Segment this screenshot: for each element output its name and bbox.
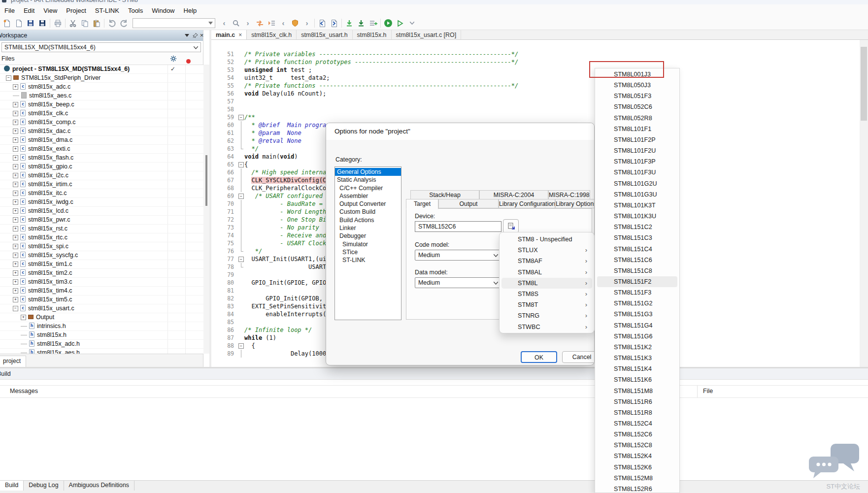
device-list-item[interactable]: STM8L151G4 — [597, 320, 677, 331]
category-item[interactable]: Assembler — [335, 192, 401, 200]
category-item[interactable]: Simulator — [335, 240, 401, 248]
device-list-item[interactable]: STM8L151C6 — [597, 255, 677, 265]
tree-item[interactable]: stm8l15x_aes.c — [0, 92, 203, 100]
device-list-item[interactable]: STM8L151R6 — [597, 396, 677, 407]
fold-collapse-icon[interactable] — [238, 161, 244, 168]
code-line[interactable]: 52/* Private function prototypes -------… — [211, 58, 859, 66]
device-list-item[interactable]: STM8L151G3 — [597, 309, 677, 320]
menu-item[interactable]: Help — [179, 4, 201, 17]
tree-item[interactable]: hstm8l15x.h — [0, 331, 203, 340]
device-list-item[interactable]: STM8L151F3 — [597, 287, 677, 298]
tree-item[interactable]: +cstm8l15x_tim5.c — [0, 296, 203, 304]
category-item[interactable]: ST-LINK — [335, 256, 401, 264]
expand-toggle-icon[interactable]: + — [13, 191, 18, 196]
category-item[interactable]: Custom Build — [335, 208, 401, 216]
device-list-item[interactable]: STM8L151K4 — [597, 363, 677, 374]
expand-toggle-icon[interactable]: + — [13, 235, 18, 240]
menu-item[interactable]: View — [39, 4, 62, 17]
trace-list-icon[interactable] — [266, 17, 277, 29]
category-item[interactable]: C/C++ Compiler — [335, 184, 401, 192]
download-active-icon[interactable] — [355, 17, 367, 29]
device-list-item[interactable]: STM8L152R6 — [597, 484, 677, 493]
device-list-item[interactable]: STM8L151K3 — [597, 353, 677, 363]
expand-toggle-icon[interactable]: + — [21, 315, 26, 320]
build-tab[interactable]: Ambiguous Definitions — [64, 481, 134, 491]
device-list-item[interactable]: STM8L151C8 — [597, 265, 677, 276]
search-icon[interactable] — [230, 17, 242, 29]
tree-item[interactable]: hstm8l15x_aes.h — [0, 349, 203, 354]
workspace-scrollbar[interactable] — [203, 65, 209, 354]
expand-toggle-icon[interactable]: + — [13, 173, 18, 178]
device-list-item[interactable]: STM8L151C2 — [597, 222, 677, 232]
workspace-tab-project[interactable]: project — [0, 356, 26, 367]
dialog-tab[interactable]: Library Options — [555, 199, 595, 208]
menu-item[interactable]: Edit — [19, 4, 39, 17]
angle-left-icon[interactable]: ‹ — [218, 17, 230, 29]
angle-right-icon[interactable]: › — [242, 17, 254, 29]
open-doc-icon[interactable] — [13, 17, 25, 29]
device-list-item[interactable]: STM8L101F3U — [597, 167, 677, 178]
print-icon[interactable] — [52, 17, 64, 29]
data-model-select[interactable]: Medium — [415, 277, 501, 288]
tree-item[interactable]: +cstm8l15x_comp.c — [0, 118, 203, 127]
tree-item[interactable]: +cstm8l15x_iwdg.c — [0, 198, 203, 207]
device-list-item[interactable]: STM8L152C4 — [597, 418, 677, 429]
device-list-item[interactable]: STM8L151K6 — [597, 374, 677, 385]
tree-item[interactable]: +cstm8l15x_gpio.c — [0, 163, 203, 171]
expand-toggle-icon[interactable]: + — [13, 199, 18, 205]
run-icon[interactable] — [382, 17, 394, 29]
expand-toggle-icon[interactable]: + — [13, 84, 18, 90]
device-list-item[interactable]: STM8L101G2U — [597, 178, 677, 189]
device-list-item[interactable]: STM8L052C6 — [597, 101, 677, 112]
device-list-item[interactable]: STM8L152M8 — [597, 473, 677, 484]
chevron-down-icon[interactable] — [406, 17, 418, 29]
expand-toggle-icon[interactable]: + — [13, 279, 18, 285]
device-list-item[interactable]: STM8L101K3T — [597, 200, 677, 211]
device-list-item[interactable]: STM8L151F2 — [597, 276, 677, 287]
code-line[interactable]: 58 — [211, 105, 859, 113]
family-menu-item[interactable]: STM8S› — [501, 289, 592, 299]
code-line[interactable]: 53unsigned int test ; — [211, 66, 859, 74]
dialog-tab[interactable]: MISRA-C:1998 — [548, 190, 590, 199]
tree-item[interactable]: project - STM8L15X_MD(STM8L15xx4_6)✓ — [0, 65, 203, 74]
fold-collapse-icon[interactable] — [238, 192, 244, 200]
tree-item[interactable]: +cstm8l15x_clk.c — [0, 109, 203, 118]
device-list-item[interactable]: STM8L151K2 — [597, 342, 677, 353]
expand-toggle-icon[interactable]: + — [13, 120, 18, 125]
tree-item[interactable]: +cstm8l15x_tim3.c — [0, 278, 203, 287]
tree-item[interactable]: −STM8L15x_StdPeriph_Driver — [0, 74, 203, 83]
device-list-item[interactable]: STM8L101F2P — [597, 134, 677, 145]
editor-tab[interactable]: stm8l15x_clk.h — [247, 30, 297, 39]
category-item[interactable]: Build Actions — [335, 216, 401, 224]
device-list-item[interactable]: STM8L051F3 — [597, 91, 677, 101]
expand-toggle-icon[interactable]: + — [13, 182, 18, 187]
family-menu-item[interactable]: STM8L› — [501, 278, 592, 289]
expand-toggle-icon[interactable]: + — [13, 297, 18, 302]
tree-item[interactable]: +cstm8l15x_irtim.c — [0, 180, 203, 189]
tree-item[interactable]: +cstm8l15x_tim4.c — [0, 287, 203, 296]
fold-collapse-icon[interactable] — [238, 342, 244, 350]
tree-item[interactable]: +cstm8l15x_i2c.c — [0, 171, 203, 180]
code-line[interactable]: 54uint32_t test_data2; — [211, 74, 859, 82]
editor-scrollbar[interactable] — [860, 40, 868, 367]
tree-item[interactable]: +cstm8l15x_adc.c — [0, 83, 203, 92]
tree-item[interactable]: −cstm8l15x_usart.c — [0, 304, 203, 313]
family-menu-item[interactable]: STM8T› — [501, 299, 592, 310]
angle-left-icon[interactable]: ‹ — [277, 17, 289, 29]
expand-toggle-icon[interactable]: − — [6, 75, 11, 81]
tree-item[interactable]: +cstm8l15x_syscfg.c — [0, 251, 203, 260]
expand-toggle-icon[interactable]: + — [13, 253, 18, 258]
tree-item[interactable]: +cstm8l15x_exti.c — [0, 145, 203, 154]
expand-toggle-icon[interactable]: + — [13, 129, 18, 134]
expand-toggle-icon[interactable]: + — [13, 217, 18, 223]
doc-back-icon[interactable] — [316, 17, 328, 29]
cut-icon[interactable] — [67, 17, 79, 29]
search-input[interactable] — [133, 18, 215, 28]
dialog-tab[interactable]: MISRA-C:2004 — [479, 190, 548, 199]
tree-item[interactable]: hintrinsics.h — [0, 322, 203, 331]
menu-item[interactable]: File — [0, 4, 19, 17]
device-list-item[interactable]: STM8L152K6 — [597, 462, 677, 473]
expand-toggle-icon[interactable]: + — [13, 111, 18, 116]
editor-tab[interactable]: stm8l15x_usart.c [RO] — [392, 30, 462, 39]
tree-item[interactable]: +cstm8l15x_dma.c — [0, 136, 203, 145]
